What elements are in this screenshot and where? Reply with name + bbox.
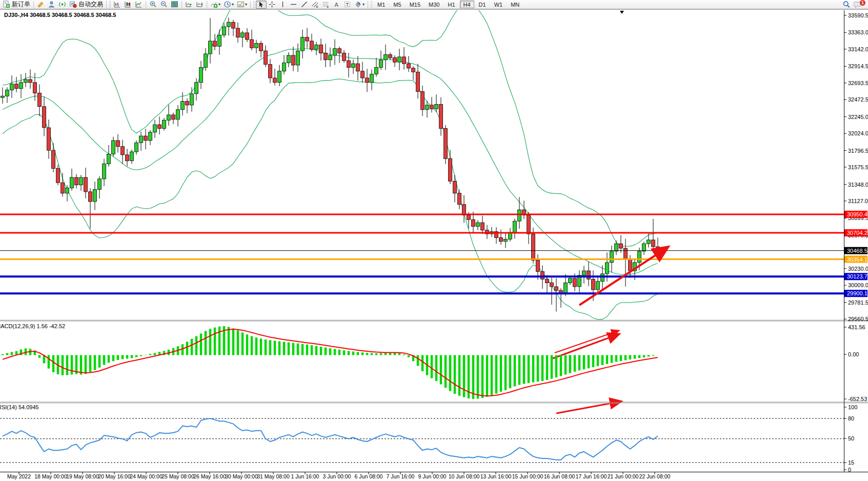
text-button[interactable]: A bbox=[331, 1, 342, 9]
cursor-button[interactable] bbox=[256, 1, 267, 9]
candle-bear bbox=[407, 64, 411, 68]
candle-bear bbox=[61, 183, 65, 193]
rsi-axis-label: 100 bbox=[848, 404, 857, 410]
horizontal-line-icon bbox=[290, 1, 297, 8]
candle-bear bbox=[292, 55, 295, 65]
line-chart-button[interactable] bbox=[133, 1, 144, 9]
equidistant-channel-button[interactable]: E bbox=[310, 1, 320, 9]
timeframe-button-m5[interactable]: M5 bbox=[390, 1, 405, 8]
candle-bear bbox=[656, 247, 660, 251]
tile-windows-icon bbox=[171, 1, 178, 8]
timeframe-button-m30[interactable]: M30 bbox=[425, 1, 443, 8]
price-tick-label: 31127.0 bbox=[848, 198, 868, 204]
tile-windows-button[interactable] bbox=[169, 1, 180, 9]
candle-bull bbox=[149, 132, 152, 141]
bar-chart-button[interactable] bbox=[112, 1, 123, 9]
label-icon: T bbox=[344, 1, 351, 8]
price-tick-label: 32472.5 bbox=[848, 96, 868, 103]
candle-bear bbox=[412, 68, 415, 72]
scroll-to-end-icon bbox=[185, 1, 193, 8]
candle-bull bbox=[19, 83, 23, 89]
date-label: 7 Jun 16:00 bbox=[387, 473, 415, 479]
svg-text:F: F bbox=[327, 6, 329, 9]
timeframe-button-h1[interactable]: H1 bbox=[444, 1, 458, 8]
toolbar-separator bbox=[250, 1, 251, 8]
candle-bear bbox=[43, 107, 46, 128]
candlestick-chart-button[interactable] bbox=[123, 1, 133, 9]
navigator-button[interactable] bbox=[57, 1, 68, 9]
candle-bear bbox=[361, 71, 365, 78]
timeframe-button-w1[interactable]: W1 bbox=[491, 1, 507, 8]
date-label: 31 May 08:00 bbox=[257, 473, 290, 479]
candle-bear bbox=[52, 150, 55, 168]
candle-bull bbox=[278, 71, 281, 83]
zoom-in-button[interactable] bbox=[148, 1, 158, 9]
timeframe-button-mn[interactable]: MN bbox=[507, 1, 523, 8]
toolbar-grip[interactable] bbox=[371, 1, 372, 8]
candle-bear bbox=[121, 147, 125, 155]
toolbar-separator bbox=[368, 1, 368, 8]
svg-text:T: T bbox=[346, 2, 349, 7]
dropdown-caret: ▾ bbox=[232, 2, 234, 7]
search-button[interactable] bbox=[841, 1, 852, 9]
candle-bear bbox=[310, 41, 314, 49]
candle-bear bbox=[259, 43, 263, 51]
indicators-button[interactable]: ▾ bbox=[209, 1, 222, 9]
timeframe-button-d1[interactable]: D1 bbox=[475, 1, 490, 8]
candle-bear bbox=[232, 22, 235, 28]
toolbar-grip[interactable] bbox=[253, 1, 255, 8]
shapes-button[interactable]: ▾ bbox=[353, 1, 366, 9]
new-order-button[interactable]: 新订单 bbox=[1, 1, 32, 9]
candle-bull bbox=[333, 49, 337, 55]
zoom-out-button[interactable] bbox=[158, 1, 169, 9]
timeframe-button-m1[interactable]: M1 bbox=[374, 1, 389, 8]
horizontal-line-button[interactable] bbox=[288, 1, 299, 9]
notifications-button[interactable]: 1 bbox=[852, 1, 864, 9]
label-button[interactable]: T bbox=[342, 1, 353, 9]
date-label: 25 May 08:00 bbox=[162, 473, 194, 479]
candle-bull bbox=[476, 223, 480, 226]
candle-bear bbox=[619, 244, 623, 248]
market-watch-button[interactable] bbox=[35, 1, 46, 9]
price-tag-30950.4: 30950.4 bbox=[844, 211, 867, 218]
toolbar-separator bbox=[207, 1, 207, 8]
chart-canvas[interactable]: 33590.533363.033142.032914.532693.532472… bbox=[0, 9, 868, 481]
candle-bear bbox=[573, 278, 577, 287]
date-label: 17 Jun 16:00 bbox=[576, 473, 607, 479]
auto-trading-button[interactable]: 自动交易 bbox=[68, 1, 105, 9]
notification-badge: 1 bbox=[860, 0, 865, 6]
candle-bear bbox=[38, 93, 42, 106]
chart-shift-button[interactable] bbox=[194, 1, 205, 9]
candle-bear bbox=[338, 49, 341, 53]
vertical-line-button[interactable] bbox=[277, 1, 288, 9]
periods-button[interactable]: ▾ bbox=[222, 1, 235, 9]
toolbar-grip[interactable] bbox=[109, 1, 111, 8]
candle-bull bbox=[384, 55, 388, 60]
cursor-icon bbox=[257, 1, 265, 8]
timeframe-button-m15[interactable]: M15 bbox=[406, 1, 424, 8]
candle-bear bbox=[158, 125, 162, 128]
trendline-button[interactable] bbox=[299, 1, 310, 9]
candle-bull bbox=[379, 60, 383, 68]
candle-bear bbox=[356, 64, 360, 71]
fibonacci-button[interactable]: F bbox=[320, 1, 331, 9]
price-tick-label: 31575.5 bbox=[848, 164, 868, 170]
candle-bull bbox=[209, 41, 212, 54]
price-tag-text: 30950.4 bbox=[847, 211, 867, 217]
date-label: May 2022 bbox=[7, 473, 31, 479]
templates-button[interactable]: ▾ bbox=[235, 1, 249, 9]
candle-bull bbox=[504, 239, 508, 241]
candle-bear bbox=[402, 57, 406, 64]
scroll-to-end-button[interactable] bbox=[184, 1, 194, 9]
price-tag-30704.2: 30704.2 bbox=[844, 229, 867, 236]
candle-bull bbox=[638, 251, 641, 263]
candle-bull bbox=[296, 51, 300, 65]
data-window-button[interactable] bbox=[46, 1, 57, 9]
crosshair-button[interactable] bbox=[267, 1, 277, 9]
price-tag-text: 30123.7 bbox=[847, 273, 867, 279]
price-tick-label: 32914.5 bbox=[848, 63, 868, 69]
price-tick-label: 33363.0 bbox=[848, 29, 868, 35]
candle-bull bbox=[287, 55, 291, 63]
timeframe-button-h4[interactable]: H4 bbox=[460, 1, 474, 8]
candle-bear bbox=[481, 223, 485, 230]
